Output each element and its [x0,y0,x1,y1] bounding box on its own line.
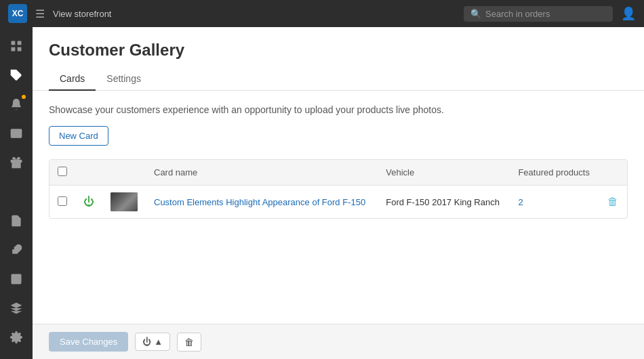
sidebar-item-settings[interactable] [3,324,30,351]
sidebar-item-image[interactable] [3,266,30,293]
power-toggle-icon[interactable]: ⏻ [83,196,94,207]
card-name-link[interactable]: Custom Elements Highlight Appearance of … [154,197,365,207]
page-header: Customer Gallery Cards Settings [33,27,644,91]
svg-rect-3 [18,47,22,51]
notification-dot [22,95,26,99]
row-featured-products-cell: 2 [510,186,599,219]
sidebar-item-mail[interactable] [3,120,30,146]
header-featured-products: Featured products [510,160,599,186]
footer-delete-button[interactable]: 🗑 [177,333,201,352]
page-body: Showcase your customers experience with … [33,91,644,324]
select-all-checkbox[interactable] [58,167,67,176]
table-row: ⏻ Custom Elements Highlight Appearance o… [49,186,627,219]
menu-icon[interactable]: ☰ [35,7,45,20]
row-status-cell: ⏻ [75,186,102,219]
row-checkbox[interactable] [58,196,67,206]
save-changes-button[interactable]: Save Changes [49,332,128,352]
tabs: Cards Settings [49,68,628,90]
card-thumbnail-image [110,192,138,211]
tab-cards[interactable]: Cards [49,68,96,91]
row-thumbnail-cell [102,186,146,219]
header-vehicle: Vehicle [378,160,510,186]
sidebar-item-gift[interactable] [3,149,30,175]
footer-power-arrow: ▲ [154,337,163,347]
power-icon: ⏻ [142,337,151,347]
row-card-name-cell: Custom Elements Highlight Appearance of … [146,186,378,219]
header-actions-col [599,160,627,186]
search-icon: 🔍 [470,9,481,19]
card-thumbnail [110,192,138,211]
table-header-row: Card name Vehicle Featured products [49,160,627,186]
svg-rect-0 [12,41,16,45]
footer: Save Changes ⏻ ▲ 🗑 [33,324,644,359]
sidebar-item-document[interactable] [3,208,30,234]
sidebar-item-layers[interactable] [3,295,30,322]
page-title: Customer Gallery [49,41,628,60]
logo[interactable]: XC [8,4,27,23]
search-input[interactable] [485,9,606,19]
svg-rect-5 [11,160,22,163]
sidebar-item-tags[interactable] [3,62,30,88]
row-actions-cell: 🗑 [599,186,627,219]
svg-rect-1 [18,41,22,45]
sidebar-item-puzzle[interactable] [3,237,30,263]
user-icon[interactable]: 👤 [621,6,636,21]
sidebar [0,27,33,359]
row-checkbox-cell [49,186,75,219]
topbar: XC ☰ View storefront 🔍 👤 [0,0,644,27]
header-card-name: Card name [146,160,378,186]
sidebar-item-dashboard[interactable] [3,33,30,59]
cards-table-container: Card name Vehicle Featured products [49,159,628,219]
page-description: Showcase your customers experience with … [49,104,628,115]
sidebar-item-graph[interactable] [3,178,30,205]
new-card-button[interactable]: New Card [49,126,108,146]
tab-settings[interactable]: Settings [96,68,152,91]
row-vehicle-cell: Ford F-150 2017 King Ranch [378,186,510,219]
header-checkbox-col [49,160,75,186]
main-layout: Customer Gallery Cards Settings Showcase… [0,27,644,359]
svg-marker-12 [11,303,22,308]
svg-point-11 [14,276,15,278]
search-bar[interactable]: 🔍 [464,6,613,22]
footer-delete-icon: 🗑 [184,337,194,347]
footer-power-button[interactable]: ⏻ ▲ [135,333,170,351]
svg-rect-2 [12,47,16,51]
view-storefront-link[interactable]: View storefront [53,9,464,19]
header-thumbnail-col [102,160,146,186]
sidebar-item-notifications[interactable] [3,91,30,117]
content-area: Customer Gallery Cards Settings Showcase… [33,27,644,359]
cards-table: Card name Vehicle Featured products [49,160,627,218]
header-status-col [75,160,102,186]
featured-products-count[interactable]: 2 [518,197,523,207]
svg-point-4 [13,71,15,73]
delete-row-icon[interactable]: 🗑 [607,196,618,207]
